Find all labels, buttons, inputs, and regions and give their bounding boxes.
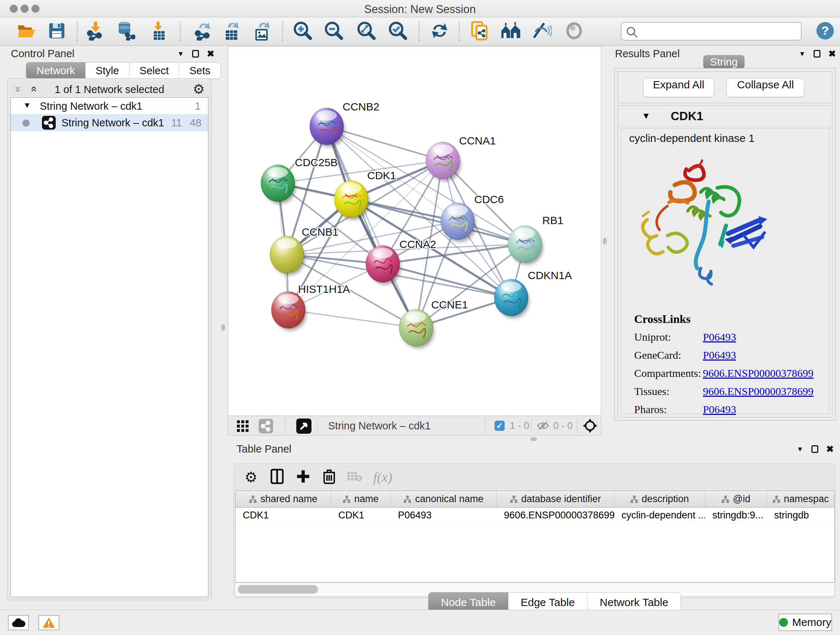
table-cell[interactable]: cyclin-dependent ... bbox=[614, 508, 705, 523]
selected-checkbox-icon[interactable]: ✓ bbox=[494, 421, 505, 431]
column-header-database-identifier[interactable]: database identifier bbox=[497, 491, 614, 507]
splitter-handle[interactable] bbox=[221, 325, 225, 331]
node-CCNE1[interactable]: CCNE1 bbox=[399, 299, 468, 348]
node-CCNA1[interactable]: CCNA1 bbox=[426, 135, 496, 181]
tab-sets[interactable]: Sets bbox=[179, 62, 221, 79]
import-network-from-database-icon[interactable] bbox=[117, 21, 135, 42]
crosslink-label: Compartments: bbox=[634, 367, 703, 379]
zoom-out-icon[interactable] bbox=[324, 21, 344, 42]
network-tab-content: » » 1 of 1 Network selected ⚙ ▼ String N… bbox=[7, 78, 212, 600]
crosslink-value-link[interactable]: P06493 bbox=[703, 331, 736, 343]
crosslink-value-link[interactable]: 9606.ENSP00000378699 bbox=[703, 385, 813, 397]
import-table-from-file-icon[interactable] bbox=[151, 21, 167, 42]
cloud-icon bbox=[11, 618, 25, 628]
table-cell[interactable]: 9606.ENSP00000378699 bbox=[497, 508, 614, 523]
network-share-view-icon[interactable] bbox=[259, 419, 273, 433]
import-network-from-file-icon[interactable] bbox=[87, 21, 104, 42]
gene-section-header[interactable]: ▼ CDK1 bbox=[618, 106, 832, 127]
help-icon[interactable]: ? bbox=[816, 21, 835, 42]
refresh-layout-icon[interactable] bbox=[430, 22, 449, 41]
node-CCNB2[interactable]: CCNB2 bbox=[309, 101, 379, 147]
network-collection-row[interactable]: ▼ String Network – cdk1 1 bbox=[11, 98, 208, 114]
tab-network[interactable]: Network bbox=[26, 62, 85, 79]
grid-view-icon[interactable] bbox=[237, 420, 248, 433]
tree-expand-icon[interactable]: ▼ bbox=[23, 101, 31, 110]
export-network-icon[interactable] bbox=[194, 21, 212, 42]
column-header-shared-name[interactable]: shared name bbox=[235, 491, 331, 507]
first-neighbors-icon[interactable] bbox=[500, 22, 522, 41]
tab-style[interactable]: Style bbox=[85, 62, 129, 79]
select-columns-icon[interactable] bbox=[271, 469, 284, 486]
table-cell[interactable]: stringdb bbox=[767, 508, 835, 523]
column-header-description[interactable]: description bbox=[614, 491, 705, 507]
show-hide-icon[interactable] bbox=[532, 22, 552, 41]
table-cell[interactable]: P06493 bbox=[391, 508, 497, 523]
collapse-section-icon[interactable]: ▼ bbox=[642, 111, 651, 121]
search-field[interactable] bbox=[621, 22, 802, 41]
table-row[interactable]: CDK1CDK1P064939606.ENSP00000378699cyclin… bbox=[235, 508, 834, 524]
edge-CCNB2-CCNE1[interactable] bbox=[327, 126, 416, 328]
collapse-all-button[interactable]: Collapse All bbox=[726, 78, 805, 97]
panel-float-icon[interactable] bbox=[813, 50, 821, 57]
export-image-icon[interactable] bbox=[254, 21, 272, 42]
delete-column-icon[interactable] bbox=[323, 469, 336, 486]
hidden-eye-icon[interactable] bbox=[537, 420, 549, 432]
edge-CCNE1-HIST1H1A[interactable] bbox=[288, 310, 416, 328]
memory-button[interactable]: Memory bbox=[778, 614, 832, 631]
tab-string[interactable]: String bbox=[703, 55, 745, 69]
delete-table-icon[interactable] bbox=[347, 470, 363, 484]
node-count: 11 bbox=[171, 117, 182, 129]
toolbar-separator bbox=[286, 418, 286, 433]
gene-name: CDK1 bbox=[671, 109, 703, 123]
zoom-fit-icon[interactable] bbox=[357, 21, 376, 42]
column-header-name[interactable]: name bbox=[331, 491, 391, 507]
cloud-button[interactable] bbox=[8, 615, 29, 630]
panel-close-icon[interactable]: ✖ bbox=[829, 49, 836, 59]
table-settings-gear-icon[interactable]: ⚙ bbox=[245, 469, 257, 486]
node-HIST1H1A[interactable]: HIST1H1A bbox=[271, 283, 350, 331]
function-builder-icon[interactable]: f(x) bbox=[373, 469, 393, 485]
panel-minimize-icon[interactable]: ▼ bbox=[799, 50, 806, 58]
node-CDC6[interactable]: CDC6 bbox=[441, 193, 504, 242]
splitter-handle[interactable] bbox=[603, 238, 607, 244]
node-CDKN1A[interactable]: CDKN1A bbox=[494, 269, 572, 318]
column-header-@id[interactable]: @id bbox=[705, 491, 767, 507]
add-column-icon[interactable] bbox=[296, 470, 310, 485]
column-header-canonical-name[interactable]: canonical name bbox=[391, 491, 497, 507]
crosslink-value-link[interactable]: 9606.ENSP00000378699 bbox=[703, 367, 813, 379]
expand-all-button[interactable]: Expand All bbox=[643, 78, 714, 97]
table-cell[interactable]: stringdb:9... bbox=[705, 508, 767, 523]
network-row-selected[interactable]: String Network – cdk1 11 48 bbox=[11, 114, 208, 131]
toolbar-separator bbox=[77, 22, 78, 41]
crosslink-value-link[interactable]: P06493 bbox=[703, 403, 736, 416]
panel-close-icon[interactable]: ✖ bbox=[826, 444, 834, 454]
eye-disabled-icon[interactable] bbox=[565, 22, 584, 41]
panel-minimize-icon[interactable]: ▼ bbox=[177, 50, 184, 58]
node-label-CCNB1: CCNB1 bbox=[302, 226, 339, 238]
export-table-icon[interactable] bbox=[224, 21, 242, 42]
zoom-in-icon[interactable] bbox=[293, 21, 313, 42]
node-RB1[interactable]: RB1 bbox=[508, 214, 563, 264]
save-session-icon[interactable] bbox=[49, 22, 65, 41]
crosslink-value-link[interactable]: P06493 bbox=[703, 349, 736, 361]
network-options-gear-icon[interactable]: ⚙ bbox=[193, 81, 205, 97]
warnings-button[interactable] bbox=[38, 615, 59, 630]
node-CCNB1[interactable]: CCNB1 bbox=[270, 226, 339, 275]
search-input[interactable] bbox=[640, 24, 796, 39]
panel-close-icon[interactable]: ✖ bbox=[207, 49, 215, 59]
column-header-namespac[interactable]: namespac bbox=[767, 491, 835, 507]
open-session-icon[interactable] bbox=[17, 22, 36, 41]
zoom-selected-icon[interactable] bbox=[388, 21, 408, 42]
table-cell[interactable]: CDK1 bbox=[331, 508, 391, 523]
copy-style-icon[interactable] bbox=[471, 21, 489, 42]
network-view-canvas[interactable]: CCNB2CCNA1CDC25BCDK1CDC6RB1CCNB1CCNA2CDK… bbox=[228, 46, 601, 416]
scrollbar-thumb[interactable] bbox=[238, 585, 318, 594]
splitter-handle[interactable] bbox=[531, 437, 537, 441]
birdseye-view-icon[interactable] bbox=[296, 418, 311, 434]
panel-minimize-icon[interactable]: ▼ bbox=[797, 445, 804, 453]
panel-float-icon[interactable] bbox=[192, 50, 199, 57]
tab-select[interactable]: Select bbox=[129, 62, 180, 79]
table-cell[interactable]: CDK1 bbox=[235, 508, 331, 523]
fit-content-crosshair-icon[interactable] bbox=[582, 418, 598, 435]
panel-float-icon[interactable] bbox=[812, 445, 818, 453]
